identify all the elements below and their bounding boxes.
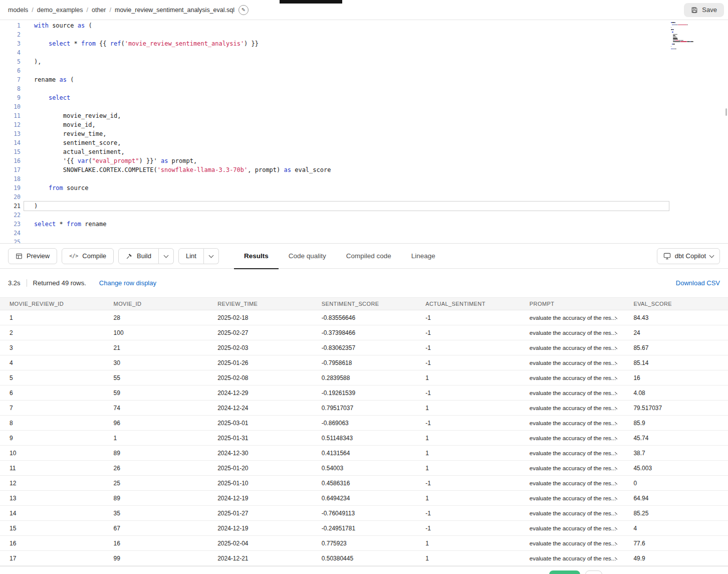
table-row[interactable]: 14352025-01-27-0.76049113-1evaluate the …	[0, 506, 728, 521]
cell-eval_score: 45.003	[624, 465, 728, 472]
bottom-action-secondary[interactable]	[585, 570, 602, 574]
code-line[interactable]: 20	[0, 193, 728, 202]
table-row[interactable]: 6592024-12-29-0.19261539-1evaluate the a…	[0, 386, 728, 401]
tab-lineage[interactable]: Lineage	[401, 244, 445, 269]
cell-movie_review_id: 10	[0, 450, 104, 457]
cell-prompt[interactable]: evaluate the accuracy of the res...	[520, 510, 624, 516]
build-options-button[interactable]	[159, 248, 174, 264]
code-line-text	[24, 193, 669, 202]
code-line[interactable]: 12 movie_id,	[0, 120, 728, 129]
breadcrumb-item[interactable]: models	[8, 7, 28, 14]
lint-button-group: Lint	[178, 248, 219, 264]
table-row[interactable]: 12252025-01-100.4586316-1evaluate the ac…	[0, 476, 728, 491]
cell-review_time: 2025-01-20	[208, 465, 312, 472]
line-number: 12	[0, 120, 24, 129]
code-line[interactable]: 10	[0, 102, 728, 111]
lint-options-button[interactable]	[204, 248, 219, 264]
cell-prompt[interactable]: evaluate the accuracy of the res...	[520, 525, 624, 531]
cell-review_time: 2025-02-04	[208, 540, 312, 547]
table-row[interactable]: 4302025-01-26-0.7958618-1evaluate the ac…	[0, 355, 728, 370]
build-button[interactable]: Build	[118, 248, 159, 264]
breadcrumb-item[interactable]: demo_examples	[37, 7, 83, 14]
cell-prompt[interactable]: evaluate the accuracy of the res...	[520, 540, 624, 546]
code-line[interactable]: 7rename as (	[0, 75, 728, 84]
cell-prompt[interactable]: evaluate the accuracy of the res...	[520, 495, 624, 501]
code-line[interactable]: 4	[0, 48, 728, 57]
editor-scrollbar[interactable]	[725, 108, 727, 116]
table-row[interactable]: 5552025-02-080.28395881evaluate the accu…	[0, 370, 728, 386]
table-row[interactable]: 15672024-12-19-0.24951781-1evaluate the …	[0, 521, 728, 536]
cell-actual_sentiment: 1	[416, 495, 520, 502]
code-line[interactable]: 24	[0, 229, 728, 238]
tab-compiled-code[interactable]: Compiled code	[336, 244, 401, 269]
cell-prompt[interactable]: evaluate the accuracy of the res...	[520, 435, 624, 441]
cell-prompt[interactable]: evaluate the accuracy of the res...	[520, 315, 624, 321]
lint-button[interactable]: Lint	[178, 248, 204, 264]
breadcrumb-item[interactable]: movie_review_sentiment_analysis_eval.sql	[115, 7, 234, 14]
cell-prompt[interactable]: evaluate the accuracy of the res...	[520, 420, 624, 426]
cell-prompt[interactable]: evaluate the accuracy of the res...	[520, 360, 624, 366]
tab-code-quality[interactable]: Code quality	[279, 244, 336, 269]
tab-results[interactable]: Results	[234, 244, 279, 269]
table-row[interactable]: 10892024-12-300.41315641evaluate the acc…	[0, 446, 728, 461]
table-row[interactable]: 3212025-02-03-0.83062357-1evaluate the a…	[0, 340, 728, 355]
code-line[interactable]: 25	[0, 238, 728, 244]
preview-button[interactable]: Preview	[8, 248, 57, 264]
code-line[interactable]: 16 '{{ var("eval_prompt") }}' as prompt,	[0, 156, 728, 165]
cell-actual_sentiment: -1	[416, 510, 520, 517]
change-row-display-link[interactable]: Change row display	[99, 279, 156, 287]
cell-sentiment_score: -0.37398466	[312, 329, 416, 336]
compile-button[interactable]: </> Compile	[62, 248, 114, 264]
cell-prompt[interactable]: evaluate the accuracy of the res...	[520, 330, 624, 336]
code-line[interactable]: 5),	[0, 57, 728, 66]
table-row[interactable]: 13892024-12-190.64942341evaluate the acc…	[0, 491, 728, 506]
code-editor[interactable]: 1with source as (23 select * from {{ ref…	[0, 20, 728, 244]
table-row[interactable]: 17992024-12-210.503804451evaluate the ac…	[0, 551, 728, 566]
code-line[interactable]: 2	[0, 30, 728, 39]
code-line[interactable]: 19 from source	[0, 183, 728, 193]
table-row[interactable]: 7742024-12-240.795170371evaluate the acc…	[0, 401, 728, 416]
cell-prompt[interactable]: evaluate the accuracy of the res...	[520, 375, 624, 381]
breadcrumb-item[interactable]: other	[92, 7, 106, 14]
code-line[interactable]: 11 movie_review_id,	[0, 111, 728, 120]
code-line[interactable]: 21)	[0, 202, 728, 211]
copilot-icon	[663, 252, 671, 260]
code-line[interactable]: 15 actual_sentiment,	[0, 147, 728, 156]
cell-prompt[interactable]: evaluate the accuracy of the res...	[520, 405, 624, 411]
table-row[interactable]: 16162025-02-040.7759231evaluate the accu…	[0, 536, 728, 551]
cell-movie_id: 26	[104, 465, 208, 472]
dbt-copilot-button[interactable]: dbt Copilot	[657, 248, 720, 264]
download-csv-link[interactable]: Download CSV	[676, 279, 720, 287]
code-line[interactable]: 6	[0, 66, 728, 75]
code-line[interactable]: 22	[0, 211, 728, 220]
cell-eval_score: 85.14	[624, 359, 728, 366]
table-row[interactable]: 8962025-03-01-0.869063-1evaluate the acc…	[0, 416, 728, 431]
bottom-action-green[interactable]	[549, 570, 580, 574]
minimap[interactable]	[671, 22, 719, 52]
code-line[interactable]: 17 SNOWFLAKE.CORTEX.COMPLETE('snowflake-…	[0, 165, 728, 174]
cell-prompt[interactable]: evaluate the accuracy of the res...	[520, 450, 624, 456]
code-line[interactable]: 3 select * from {{ ref('movie_review_sen…	[0, 39, 728, 48]
cell-review_time: 2025-01-10	[208, 480, 312, 487]
cell-prompt[interactable]: evaluate the accuracy of the res...	[520, 465, 624, 471]
table-row[interactable]: 21002025-02-27-0.37398466-1evaluate the …	[0, 325, 728, 340]
code-line[interactable]: 18	[0, 174, 728, 183]
cell-review_time: 2024-12-24	[208, 405, 312, 412]
table-row[interactable]: 912025-01-310.511483431evaluate the accu…	[0, 431, 728, 446]
code-line[interactable]: 1with source as (	[0, 21, 728, 30]
cell-prompt[interactable]: evaluate the accuracy of the res...	[520, 480, 624, 486]
code-line[interactable]: 23select * from rename	[0, 220, 728, 229]
code-line[interactable]: 14 sentiment_score,	[0, 138, 728, 147]
save-button[interactable]: Save	[684, 3, 724, 17]
cell-prompt[interactable]: evaluate the accuracy of the res...	[520, 555, 624, 561]
cell-eval_score: 77.6	[624, 540, 728, 547]
cell-prompt[interactable]: evaluate the accuracy of the res...	[520, 345, 624, 351]
table-row[interactable]: 1282025-02-18-0.83556646-1evaluate the a…	[0, 310, 728, 325]
edit-file-icon[interactable]: ✎	[238, 5, 249, 15]
table-row[interactable]: 11262025-01-200.540031evaluate the accur…	[0, 461, 728, 476]
cell-prompt[interactable]: evaluate the accuracy of the res...	[520, 390, 624, 396]
code-line[interactable]: 8	[0, 84, 728, 93]
code-line[interactable]: 13 review_time,	[0, 129, 728, 138]
code-line[interactable]: 9 select	[0, 93, 728, 102]
cell-actual_sentiment: -1	[416, 390, 520, 397]
